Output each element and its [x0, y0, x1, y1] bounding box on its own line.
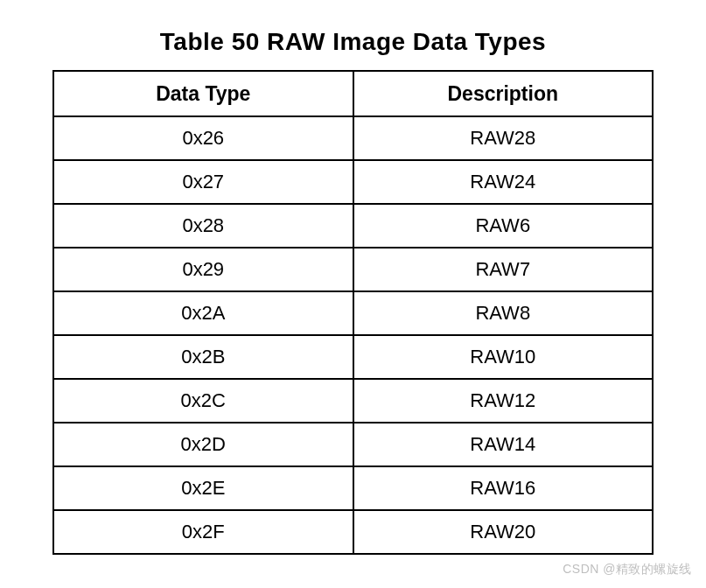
- table-title: Table 50 RAW Image Data Types: [52, 28, 654, 56]
- table-header-row: Data Type Description: [53, 71, 653, 116]
- column-header-data-type: Data Type: [53, 71, 353, 116]
- cell-data-type: 0x2E: [53, 466, 353, 510]
- cell-description: RAW28: [353, 116, 654, 160]
- watermark-text: CSDN @精致的螺旋线: [563, 562, 692, 578]
- table-row: 0x2E RAW16: [53, 466, 653, 510]
- cell-description: RAW12: [353, 379, 654, 423]
- cell-data-type: 0x28: [53, 204, 353, 248]
- table-row: 0x29 RAW7: [53, 248, 653, 291]
- cell-data-type: 0x2D: [53, 423, 353, 466]
- cell-description: RAW7: [353, 248, 654, 291]
- cell-description: RAW24: [353, 160, 654, 204]
- cell-description: RAW10: [353, 335, 654, 379]
- cell-data-type: 0x26: [53, 116, 353, 160]
- cell-data-type: 0x29: [53, 248, 353, 291]
- cell-data-type: 0x2F: [53, 510, 353, 554]
- cell-data-type: 0x2B: [53, 335, 353, 379]
- cell-data-type: 0x2C: [53, 379, 353, 423]
- table-row: 0x27 RAW24: [53, 160, 653, 204]
- cell-description: RAW6: [353, 204, 654, 248]
- table-row: 0x2C RAW12: [53, 379, 653, 423]
- cell-description: RAW16: [353, 466, 654, 510]
- table-row: 0x26 RAW28: [53, 116, 653, 160]
- column-header-description: Description: [353, 71, 654, 116]
- table-row: 0x2A RAW8: [53, 291, 653, 335]
- data-types-table: Data Type Description 0x26 RAW28 0x27 RA…: [52, 70, 654, 555]
- table-row: 0x2F RAW20: [53, 510, 653, 554]
- cell-data-type: 0x27: [53, 160, 353, 204]
- cell-data-type: 0x2A: [53, 291, 353, 335]
- cell-description: RAW20: [353, 510, 654, 554]
- table-row: 0x2B RAW10: [53, 335, 653, 379]
- document-container: Table 50 RAW Image Data Types Data Type …: [0, 0, 706, 555]
- cell-description: RAW14: [353, 423, 654, 466]
- table-row: 0x2D RAW14: [53, 423, 653, 466]
- cell-description: RAW8: [353, 291, 654, 335]
- table-row: 0x28 RAW6: [53, 204, 653, 248]
